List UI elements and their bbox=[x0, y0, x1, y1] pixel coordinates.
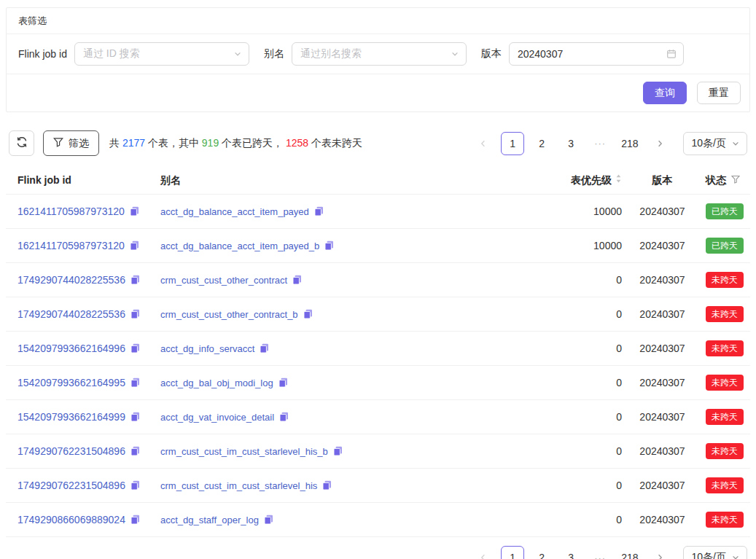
flink-job-id-link[interactable]: 1749290762231504896 bbox=[17, 480, 125, 491]
copy-icon[interactable] bbox=[130, 309, 140, 319]
query-button[interactable]: 查询 bbox=[643, 82, 687, 104]
page-button-3[interactable]: 3 bbox=[559, 546, 582, 559]
copy-icon[interactable] bbox=[303, 309, 313, 319]
summary-part3: 个表已跨天， bbox=[219, 137, 286, 149]
flink-job-id-link[interactable]: 1542097993662164999 bbox=[17, 411, 125, 423]
flink-job-id-link[interactable]: 1749290762231504896 bbox=[17, 445, 125, 457]
sort-icon[interactable] bbox=[615, 173, 622, 187]
flink-job-id-link[interactable]: 1621411705987973120 bbox=[17, 206, 125, 217]
alias-link[interactable]: acct_dg_vat_invoice_detail bbox=[160, 412, 274, 423]
copy-icon[interactable] bbox=[333, 446, 343, 456]
flink-job-id-select[interactable]: 通过 ID 搜索 bbox=[74, 42, 249, 66]
flink-job-id-link[interactable]: 1749290744028225536 bbox=[17, 274, 125, 286]
next-page-button[interactable] bbox=[648, 546, 671, 559]
page-button-2[interactable]: 2 bbox=[530, 132, 553, 155]
crossed-count: 919 bbox=[202, 137, 219, 149]
alias-link[interactable]: acct_dg_balance_acct_item_payed_b bbox=[160, 241, 319, 251]
table-row: 1749290866069889024 acct_dg_staff_oper_l… bbox=[6, 503, 750, 537]
copy-icon[interactable] bbox=[130, 241, 139, 251]
filter-funnel-icon[interactable] bbox=[731, 173, 740, 187]
filter-panel: 表筛选 Flink job id 通过 ID 搜索 别名 通过别名搜索 版本 2… bbox=[6, 7, 750, 112]
table-row: 1749290744028225536 crm_cust_cust_other_… bbox=[6, 297, 750, 332]
page-button-2[interactable]: 2 bbox=[530, 546, 553, 559]
total-count: 2177 bbox=[122, 137, 145, 149]
version-date-input[interactable]: 20240307 bbox=[509, 42, 684, 66]
page-size-select[interactable]: 10条/页 bbox=[683, 546, 747, 559]
page-button-1[interactable]: 1 bbox=[501, 546, 524, 559]
copy-icon[interactable] bbox=[130, 343, 140, 353]
priority-cell: 0 bbox=[554, 366, 631, 400]
page-size-select[interactable]: 10条/页 bbox=[683, 132, 747, 155]
copy-icon[interactable] bbox=[130, 206, 139, 216]
copy-icon[interactable] bbox=[264, 515, 273, 525]
status-badge: 已跨天 bbox=[706, 238, 744, 254]
flink-job-id-link[interactable]: 1749290866069889024 bbox=[17, 514, 125, 525]
alias-link[interactable]: crm_cust_cust_other_contract bbox=[160, 275, 287, 286]
priority-cell: 0 bbox=[554, 332, 631, 366]
table-header-row: Flink job id 别名 表优先级 版本 状态 bbox=[6, 166, 750, 195]
copy-icon[interactable] bbox=[130, 446, 140, 456]
copy-icon[interactable] bbox=[130, 480, 140, 490]
flink-job-id-placeholder: 通过 ID 搜索 bbox=[83, 47, 140, 60]
status-badge: 未跨天 bbox=[706, 477, 744, 493]
priority-cell: 0 bbox=[554, 263, 631, 297]
page-button-1[interactable]: 1 bbox=[501, 132, 524, 155]
copy-icon[interactable] bbox=[279, 412, 289, 422]
page-ellipsis[interactable]: ··· bbox=[588, 546, 612, 559]
flink-job-id-link[interactable]: 1542097993662164995 bbox=[17, 377, 125, 388]
alias-link[interactable]: acct_dg_balance_acct_item_payed bbox=[160, 206, 309, 217]
summary-part4: 个表未跨天 bbox=[308, 137, 362, 149]
status-badge: 未跨天 bbox=[706, 340, 744, 356]
prev-page-button[interactable] bbox=[472, 546, 495, 559]
copy-icon[interactable] bbox=[278, 378, 288, 388]
copy-icon[interactable] bbox=[260, 343, 269, 353]
priority-cell: 0 bbox=[554, 469, 631, 503]
page-button-last[interactable]: 218 bbox=[617, 132, 642, 155]
page-button-last[interactable]: 218 bbox=[617, 546, 642, 559]
refresh-button[interactable] bbox=[9, 130, 34, 156]
copy-icon[interactable] bbox=[130, 412, 140, 422]
refresh-icon bbox=[16, 136, 28, 150]
flink-job-id-link[interactable]: 1621411705987973120 bbox=[17, 240, 125, 251]
copy-icon[interactable] bbox=[292, 275, 302, 285]
alias-select[interactable]: 通过别名搜索 bbox=[292, 42, 467, 66]
priority-cell: 0 bbox=[554, 400, 631, 434]
copy-icon[interactable] bbox=[322, 480, 332, 490]
status-badge: 未跨天 bbox=[706, 272, 744, 288]
version-cell: 20240307 bbox=[631, 469, 694, 503]
page-button-3[interactable]: 3 bbox=[559, 132, 582, 155]
alias-link[interactable]: acct_dg_bal_obj_modi_log bbox=[160, 378, 273, 388]
calendar-icon bbox=[666, 49, 677, 59]
page-size-value: 10条/页 bbox=[692, 137, 726, 150]
header-alias: 别名 bbox=[155, 166, 554, 195]
table-row: 1749290762231504896 crm_cust_cust_im_cus… bbox=[6, 434, 750, 469]
status-badge: 已跨天 bbox=[706, 203, 744, 219]
alias-link[interactable]: crm_cust_cust_im_cust_starlevel_his bbox=[160, 480, 317, 491]
version-cell: 20240307 bbox=[631, 263, 694, 297]
copy-icon[interactable] bbox=[130, 515, 140, 525]
alias-link[interactable]: acct_dg_staff_oper_log bbox=[160, 515, 259, 525]
funnel-icon bbox=[53, 137, 63, 149]
priority-cell: 0 bbox=[554, 503, 631, 537]
version-cell: 20240307 bbox=[631, 366, 694, 400]
flink-job-id-link[interactable]: 1542097993662164996 bbox=[17, 343, 125, 354]
copy-icon[interactable] bbox=[314, 206, 324, 216]
alias-link[interactable]: crm_cust_cust_im_cust_starlevel_his_b bbox=[160, 446, 328, 457]
alias-link[interactable]: crm_cust_cust_other_contract_b bbox=[160, 309, 298, 320]
prev-page-button[interactable] bbox=[472, 132, 495, 155]
copy-icon[interactable] bbox=[130, 378, 140, 388]
chevron-down-icon bbox=[451, 50, 459, 58]
page-ellipsis[interactable]: ··· bbox=[588, 132, 612, 155]
uncrossed-count: 1258 bbox=[286, 137, 308, 149]
reset-button[interactable]: 重置 bbox=[697, 82, 741, 104]
next-page-button[interactable] bbox=[648, 132, 671, 155]
copy-icon[interactable] bbox=[130, 275, 140, 285]
table-row: 1621411705987973120 acct_dg_balance_acct… bbox=[6, 195, 750, 229]
alias-link[interactable]: acct_dg_info_servacct bbox=[160, 343, 254, 354]
flink-job-id-link[interactable]: 1749290744028225536 bbox=[17, 308, 125, 320]
header-status: 状态 bbox=[694, 166, 750, 195]
filter-button[interactable]: 筛选 bbox=[43, 130, 99, 156]
summary-part1: 共 bbox=[109, 137, 122, 149]
copy-icon[interactable] bbox=[324, 241, 334, 251]
filter-actions-row: 查询 重置 bbox=[7, 74, 749, 112]
